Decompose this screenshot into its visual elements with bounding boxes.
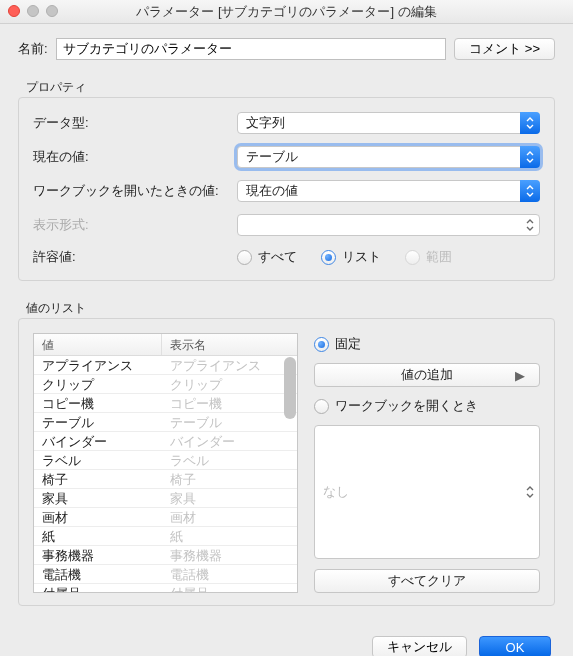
header-value: 値 [34,334,162,355]
allow-range-radio: 範囲 [405,248,452,266]
clear-all-button[interactable]: すべてクリア [314,569,540,593]
traffic-lights [8,5,58,17]
add-value-button[interactable]: 値の追加 ▶ [314,363,540,387]
cell-display: 椅子 [162,470,297,488]
values-table[interactable]: 値 表示名 アプライアンスアプライアンスクリップクリップコピー機コピー機テーブル… [33,333,298,593]
cell-display: 電話機 [162,565,297,583]
cell-display: 紙 [162,527,297,545]
onopen-select[interactable]: 現在の値 [237,180,540,202]
cell-value: 紙 [34,527,162,545]
table-row[interactable]: テーブルテーブル [34,413,297,432]
cell-value: クリップ [34,375,162,393]
onopen-value: 現在の値 [246,182,298,200]
table-row[interactable]: 付属品付属品 [34,584,297,592]
table-row[interactable]: ラベルラベル [34,451,297,470]
cell-value: 家具 [34,489,162,507]
datatype-select[interactable]: 文字列 [237,112,540,134]
scrollbar[interactable] [284,357,296,419]
cell-value: テーブル [34,413,162,431]
cell-display: バインダー [162,432,297,450]
table-row[interactable]: 椅子椅子 [34,470,297,489]
cell-value: バインダー [34,432,162,450]
display-label: 表示形式: [33,216,229,234]
table-row[interactable]: クリップクリップ [34,375,297,394]
comment-button[interactable]: コメント >> [454,38,555,60]
ok-button[interactable]: OK [479,636,551,656]
cell-value: 事務機器 [34,546,162,564]
current-label: 現在の値: [33,148,229,166]
cell-display: 事務機器 [162,546,297,564]
valuelist-legend: 値のリスト [26,300,555,317]
cell-value: コピー機 [34,394,162,412]
table-row[interactable]: 事務機器事務機器 [34,546,297,565]
table-row[interactable]: 画材画材 [34,508,297,527]
valuelist-group: 値 表示名 アプライアンスアプライアンスクリップクリップコピー機コピー機テーブル… [18,318,555,606]
chevron-updown-icon [520,214,540,236]
cell-value: 椅子 [34,470,162,488]
display-select [237,214,540,236]
chevron-updown-icon [520,146,540,168]
cancel-button[interactable]: キャンセル [372,636,467,656]
properties-legend: プロパティ [26,79,555,96]
refresh-value: なし [323,483,349,501]
radio-icon [314,337,329,352]
allow-label: 許容値: [33,248,229,266]
cell-display: テーブル [162,413,297,431]
mode-onopen-radio[interactable]: ワークブックを開くとき [314,397,540,415]
name-label: 名前: [18,40,48,58]
window-title: パラメーター [サブカテゴリのパラメーター] の編集 [136,3,436,21]
triangle-right-icon: ▶ [515,368,525,383]
current-select[interactable]: テーブル [237,146,540,168]
cell-value: 電話機 [34,565,162,583]
radio-icon [321,250,336,265]
dialog-footer: キャンセル OK [0,616,573,656]
cell-value: ラベル [34,451,162,469]
titlebar: パラメーター [サブカテゴリのパラメーター] の編集 [0,0,573,24]
cell-display: 家具 [162,489,297,507]
table-body[interactable]: アプライアンスアプライアンスクリップクリップコピー機コピー機テーブルテーブルバイ… [34,356,297,592]
properties-group: データ型: 文字列 現在の値: テーブル ワークブックを開いたときの値: 現在の… [18,97,555,281]
table-row[interactable]: コピー機コピー機 [34,394,297,413]
cell-display: ラベル [162,451,297,469]
current-value: テーブル [246,148,298,166]
cell-value: 画材 [34,508,162,526]
table-row[interactable]: アプライアンスアプライアンス [34,356,297,375]
allow-all-radio[interactable]: すべて [237,248,297,266]
header-display: 表示名 [162,334,297,355]
radio-icon [237,250,252,265]
datatype-label: データ型: [33,114,229,132]
cell-display: アプライアンス [162,356,297,374]
mode-fixed-radio[interactable]: 固定 [314,335,540,353]
cell-display: 画材 [162,508,297,526]
refresh-select: なし [314,425,540,559]
table-header: 値 表示名 [34,334,297,356]
allow-radiogroup: すべて リスト 範囲 [237,248,540,266]
cell-value: アプライアンス [34,356,162,374]
datatype-value: 文字列 [246,114,285,132]
radio-icon [405,250,420,265]
table-row[interactable]: 電話機電話機 [34,565,297,584]
cell-display: クリップ [162,375,297,393]
chevron-updown-icon [520,112,540,134]
close-icon[interactable] [8,5,20,17]
zoom-icon [46,5,58,17]
cell-value: 付属品 [34,584,162,592]
name-input[interactable] [56,38,447,60]
onopen-label: ワークブックを開いたときの値: [33,182,229,200]
allow-list-radio[interactable]: リスト [321,248,381,266]
cell-display: コピー機 [162,394,297,412]
cell-display: 付属品 [162,584,297,592]
table-row[interactable]: 紙紙 [34,527,297,546]
minimize-icon [27,5,39,17]
table-row[interactable]: バインダーバインダー [34,432,297,451]
chevron-updown-icon [520,425,540,559]
chevron-updown-icon [520,180,540,202]
table-row[interactable]: 家具家具 [34,489,297,508]
radio-icon [314,399,329,414]
